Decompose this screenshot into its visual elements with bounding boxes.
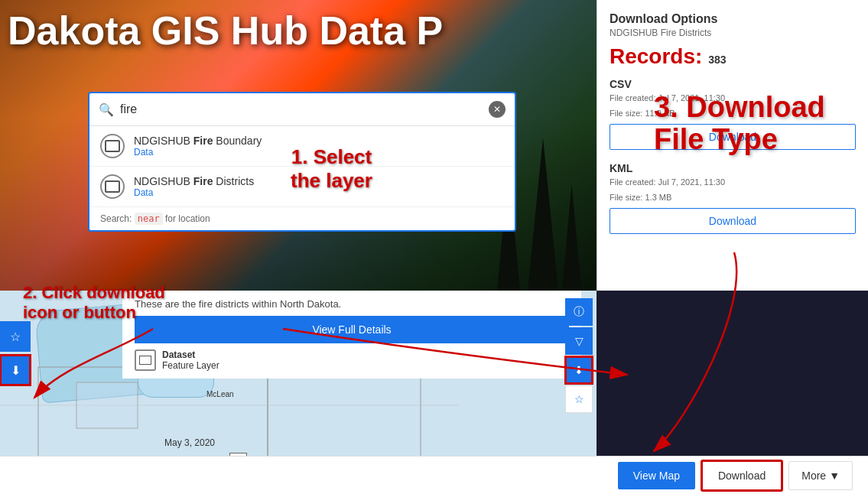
- search-clear-button[interactable]: ✕: [489, 101, 506, 118]
- more-chevron-icon: ▼: [829, 470, 840, 482]
- kml-meta-size: File size: 1.3 MB: [610, 193, 856, 202]
- svg-rect-3: [76, 382, 138, 428]
- sidebar-star-button[interactable]: ☆: [0, 321, 31, 352]
- dataset-label: Dataset: [162, 349, 219, 360]
- map-star-button[interactable]: ☆: [565, 385, 593, 413]
- tree-silhouette-1: [528, 138, 558, 291]
- dataset-info: Dataset Feature Layer: [162, 349, 219, 371]
- tree-silhouette-3: [562, 184, 581, 291]
- svg-rect-0: [38, 367, 268, 466]
- card-dataset-row: Dataset Feature Layer: [135, 349, 569, 371]
- instruction-3: 3. Download File Type: [654, 92, 868, 156]
- instruction-3-text: 3. Download File Type: [654, 92, 868, 156]
- search-footer: Search: near for location: [89, 207, 515, 230]
- result-1-icon: [100, 134, 125, 158]
- bottom-download-button[interactable]: Download: [701, 460, 782, 491]
- view-full-details-button[interactable]: View Full Details: [135, 316, 569, 343]
- more-label: More: [801, 470, 826, 482]
- card-description: These are the fire districts within Nort…: [135, 298, 569, 310]
- csv-label: CSV: [610, 78, 856, 90]
- instruction-2: 2. Click downloadicon or button: [23, 283, 165, 323]
- kml-meta-created: File created: Jul 7, 2021, 11:30: [610, 177, 856, 187]
- kml-label: KML: [610, 162, 856, 174]
- panel-subtitle: NDGISHUB Fire Districts: [610, 28, 856, 38]
- card-date: May 3, 2020: [164, 437, 215, 448]
- star2-icon: ☆: [574, 393, 584, 405]
- info-icon: ⓘ: [574, 305, 584, 319]
- sidebar-download-button[interactable]: ⬇: [0, 355, 31, 385]
- map-download-button[interactable]: ⬇: [565, 356, 593, 384]
- records-value: 383: [708, 54, 726, 66]
- search-input[interactable]: [120, 102, 483, 116]
- instruction-2-text: 2. Click downloadicon or button: [23, 283, 165, 323]
- instruction-1: 1. Selectthe layer: [291, 145, 372, 193]
- left-sidebar: ☆ ⬇: [0, 321, 38, 385]
- map-label-mclean: McLean: [206, 390, 234, 398]
- map-info-button[interactable]: ⓘ: [565, 298, 593, 326]
- result-2-icon: [100, 174, 125, 199]
- page-title: Dakota GIS Hub Data P: [8, 8, 443, 54]
- result-2-title: NDGISHUB Fire Districts: [134, 175, 254, 187]
- bottom-action-bar: View Map Download More ▼: [0, 456, 868, 494]
- right-map-sidebar: ⓘ ▽ ⬇ ☆: [565, 298, 593, 413]
- panel-records: Records: 383: [610, 44, 856, 69]
- map-filter-button[interactable]: ▽: [565, 327, 593, 355]
- filter-icon: ▽: [575, 335, 584, 347]
- more-button[interactable]: More ▼: [788, 461, 853, 490]
- view-map-button[interactable]: View Map: [618, 462, 695, 489]
- instruction-1-text: 1. Selectthe layer: [291, 145, 372, 193]
- result-1-subtitle: Data: [134, 147, 262, 158]
- svg-rect-1: [268, 367, 421, 466]
- card-info: These are the fire districts within Nort…: [122, 291, 581, 379]
- feature-layer-label: Feature Layer: [162, 360, 219, 371]
- download-icon: ⬇: [11, 363, 21, 378]
- panel-title: Download Options: [610, 12, 856, 26]
- result-1-title: NDGISHUB Fire Boundary: [134, 135, 262, 147]
- star-icon: ☆: [10, 330, 21, 344]
- kml-download-button[interactable]: Download: [610, 208, 856, 234]
- result-2-subtitle: Data: [134, 187, 254, 198]
- result-2-text: NDGISHUB Fire Districts Data: [134, 175, 254, 198]
- result-1-text: NDGISHUB Fire Boundary Data: [134, 135, 262, 158]
- kml-section: KML File created: Jul 7, 2021, 11:30 Fil…: [610, 162, 856, 234]
- dataset-icon: [135, 349, 156, 371]
- search-icon: 🔍: [99, 102, 114, 117]
- download-map-icon: ⬇: [574, 364, 584, 376]
